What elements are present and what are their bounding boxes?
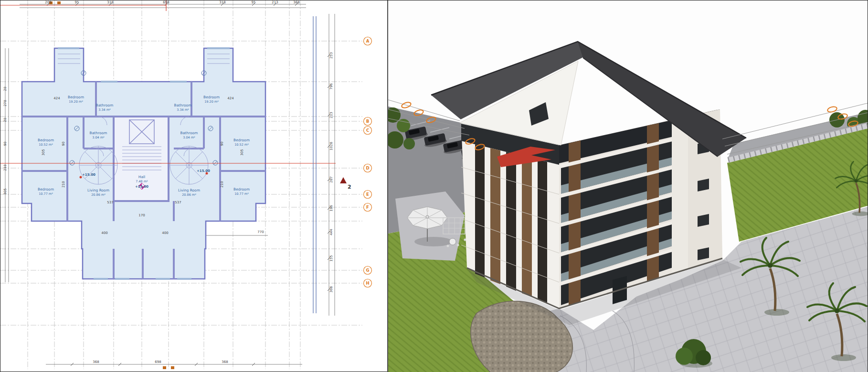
dim-label: 209 [45,0,51,4]
grid-bubble-label: A [366,39,370,43]
room-name: Living Room [178,188,200,192]
dim-label: 210 [220,181,224,187]
cad-window: A B C D E F G H 209 95 318 698 318 95 21… [0,0,868,372]
grid-bubble-label: E [366,192,369,197]
room-name: Bedroom [38,138,54,142]
dim-label: 270 [3,100,7,106]
room-area: 3.34 m² [98,108,111,112]
grid-bubble-label: H [366,281,369,286]
room-name: Bedroom [68,95,84,99]
dim-label: 400 [162,231,168,235]
dim-label: 305 [240,149,244,155]
dim-label: 537 [107,201,113,204]
dim-label: 95 [75,0,79,4]
dim-label: 305 [3,188,7,194]
window-band [313,16,316,313]
dim-label: 213 [272,0,278,4]
dim-label: 196 [329,205,333,212]
3d-viewport[interactable] [388,0,868,372]
dim-label: 537 [175,201,181,204]
dim-label: 170 [138,213,145,217]
room-area: 10.52 m² [39,143,53,147]
room-name: Bedroom [203,95,220,99]
room-name: Living Room [87,188,109,192]
grid-bubble-label: B [366,119,369,124]
grid-bubble-label: C [366,128,369,133]
room-area: 10.77 m² [234,192,249,196]
room-name: Bathroom [96,103,114,107]
dim-label: 444 [329,229,333,235]
room-area: 19.20 m² [204,100,219,104]
grid-bubbles: A B C D E F G H [364,37,372,287]
dim-label: 318 [107,0,113,4]
elevation-label: +15.00 [135,185,148,189]
dim-label: 210 [3,164,7,170]
dim-label: 400 [101,231,107,235]
dim-label: 698 [155,360,161,364]
spiral-stair-right [170,146,208,184]
elevation-label: +15.00 [197,169,210,173]
dim-label: 368 [222,360,228,364]
room-area: 20.86 m² [182,193,196,197]
dim-label: 368 [329,286,333,292]
dim-label: 20 [3,118,7,122]
room-area: 10.77 m² [39,192,53,196]
dim-label: 95 [252,0,256,4]
dim-label: 253 [329,52,333,58]
floor-plan-pane[interactable]: A B C D E F G H 209 95 318 698 318 95 21… [0,0,388,372]
room-area: 7.48 m² [136,180,148,183]
room-name: Bedroom [233,138,250,142]
dim-label: 90 [3,142,7,146]
room-area: 3.04 m² [92,136,105,139]
section-marker[interactable]: 2 [340,177,351,190]
room-name: Bathroom [180,131,198,135]
dim-label: 368 [93,360,99,364]
3d-view-pane[interactable] [388,0,868,372]
dim-label: 770 [257,230,264,234]
room-area: 3.34 m² [177,108,189,112]
spiral-stair-left [79,146,117,184]
room-name: Bedroom [38,187,54,191]
dim-label: 1028 [329,142,333,150]
grid-bubble-label: G [366,268,370,273]
room-name: Hall [138,175,145,179]
dim-label: 20 [3,87,7,91]
elevation-label: +15.00 [82,173,95,177]
dim-label: 424 [53,96,60,100]
dim-label: 287 [329,176,333,182]
room-name: Bathroom [174,103,192,107]
grid-bubble-label: F [366,205,369,210]
room-area: 3.04 m² [183,136,195,139]
dim-label: 90 [62,142,65,146]
room-area: 10.52 m² [234,143,249,147]
section-marker-label: 2 [348,184,351,190]
floor-plan-viewport[interactable]: A B C D E F G H 209 95 318 698 318 95 21… [0,0,388,372]
room-name: Bathroom [90,131,107,135]
dim-label: 210 [62,181,65,187]
room-area: 19.20 m² [69,100,83,104]
dim-label: 318 [219,0,225,4]
dim-label: 213 [329,112,333,118]
dim-label: 305 [42,149,45,155]
grid-bubble-label: D [366,166,369,170]
room-name: Bedroom [233,187,250,191]
dim-label: 155 [329,255,333,261]
dim-label: 90 [220,142,224,146]
dim-label: 368 [293,0,299,4]
room-area: 20.86 m² [91,193,106,197]
dim-label: 796 [329,83,333,90]
dim-label: 698 [163,0,169,4]
dim-label: 424 [227,96,234,100]
